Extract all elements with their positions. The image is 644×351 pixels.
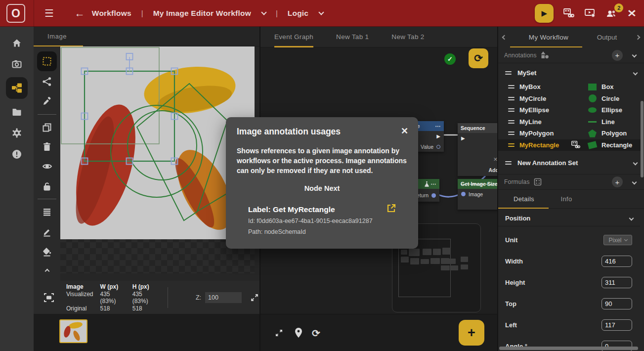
sidebar-item-settings[interactable]	[11, 128, 22, 138]
sidebar-item-alerts[interactable]	[11, 149, 22, 160]
collapse-set-icon[interactable]	[633, 70, 638, 75]
node-menu-icon[interactable]: ⋯	[435, 123, 441, 129]
tab-details[interactable]: Details	[507, 195, 541, 203]
reload-icon[interactable]: ⟳	[312, 327, 320, 339]
annotation-type-label: Line	[601, 118, 636, 126]
pin-label: Value	[421, 144, 433, 150]
drag-handle-icon[interactable]	[508, 97, 515, 100]
workflow-name-dropdown[interactable]: My Image Editor Workflow	[153, 9, 251, 18]
position-section-header[interactable]: Position	[498, 211, 640, 226]
field-input[interactable]	[601, 277, 632, 288]
exec-pin-icon[interactable]: ▶	[461, 135, 465, 141]
screen-settings-icon[interactable]	[584, 8, 596, 19]
image-thumbnail[interactable]	[59, 319, 87, 343]
breadcrumb-separator: |	[276, 9, 278, 17]
node-get-image-size[interactable]: Get Image Size ImageWid Heig	[458, 179, 497, 210]
tab-new-tab-2[interactable]: New Tab 2	[391, 27, 424, 47]
sync-graph-button[interactable]: ⟳	[469, 48, 488, 68]
drag-handle-icon[interactable]	[505, 161, 512, 165]
drag-handle-icon[interactable]	[508, 108, 515, 112]
position-field-row: Unit Pixel	[498, 229, 640, 251]
close-dialog-icon[interactable]: ✕	[401, 126, 408, 136]
chevron-left-icon[interactable]	[502, 35, 507, 40]
collapse-position-icon[interactable]	[629, 216, 634, 221]
collapse-formulas-icon[interactable]	[632, 179, 637, 184]
unit-select[interactable]: Pixel	[603, 235, 632, 245]
annotation-set-myset[interactable]: MySet	[498, 66, 644, 79]
field-input[interactable]	[601, 298, 632, 309]
annotation-set-new[interactable]: New Annotation Set	[498, 156, 644, 169]
draw-tool[interactable]	[38, 223, 56, 241]
marquee-select-tool[interactable]	[37, 51, 57, 71]
collapse-annotations-icon[interactable]	[632, 53, 637, 58]
breadcrumb-workflows[interactable]: Workflows	[92, 9, 131, 18]
chevron-down-icon[interactable]	[261, 9, 266, 15]
field-input[interactable]	[601, 256, 632, 267]
node-reference-icon[interactable]	[570, 140, 582, 149]
add-formula-button[interactable]: +	[612, 176, 623, 187]
annotation-row[interactable]: MyPolygon Polygon	[498, 128, 641, 139]
sidebar-item-files[interactable]	[11, 106, 22, 117]
sidebar-item-home[interactable]	[11, 38, 22, 48]
locate-pin-icon[interactable]	[294, 327, 303, 338]
remove-socket-icon[interactable]: ✕	[493, 156, 497, 162]
add-socket-button[interactable]: Add Soc	[488, 167, 497, 173]
tab-image[interactable]: Image	[47, 33, 67, 40]
annotation-shape-icon	[588, 130, 597, 137]
node-link-icon[interactable]	[563, 8, 575, 19]
fit-view-icon[interactable]	[274, 328, 284, 338]
collapse-toolbar-button[interactable]	[38, 262, 56, 280]
duplicate-tool[interactable]	[38, 119, 56, 136]
tab-new-tab-1[interactable]: New Tab 1	[336, 27, 369, 47]
value-pin-icon[interactable]	[436, 145, 440, 149]
chevron-right-icon[interactable]	[636, 35, 641, 40]
run-workflow-button[interactable]: ▶	[535, 4, 554, 23]
drag-handle-icon[interactable]	[505, 71, 512, 75]
share-nodes-tool[interactable]	[38, 73, 56, 91]
app-logo[interactable]: O	[6, 4, 25, 23]
annotation-row[interactable]: MyCircle Circle	[498, 93, 641, 105]
tab-output[interactable]: Output	[592, 34, 622, 41]
fill-tool[interactable]	[38, 243, 56, 261]
delete-tool[interactable]	[38, 138, 56, 156]
collapse-set-icon[interactable]	[633, 160, 638, 165]
drag-handle-icon[interactable]	[508, 143, 515, 147]
crossed-tools-icon[interactable]: ✕	[627, 7, 637, 19]
image-pin-icon[interactable]	[461, 192, 466, 196]
exec-pin-icon[interactable]: ▶	[436, 133, 440, 139]
back-arrow-icon[interactable]: ←	[75, 7, 85, 19]
vertical-scrollbar[interactable]	[641, 101, 644, 177]
tab-event-graph[interactable]: Event Graph	[274, 27, 313, 47]
lock-tool[interactable]	[38, 177, 56, 195]
expand-canvas-icon[interactable]	[250, 293, 259, 303]
tab-info[interactable]: Info	[557, 195, 576, 203]
node-menu-icon[interactable]: ⋯	[431, 181, 437, 187]
context-dropdown[interactable]: Logic	[288, 9, 308, 18]
annotation-row[interactable]: MyLine Line	[498, 116, 641, 128]
return-pin-icon[interactable]	[431, 193, 436, 198]
fit-frame-icon[interactable]	[43, 292, 54, 303]
visibility-tool[interactable]	[38, 158, 56, 176]
layers-tool[interactable]	[38, 203, 56, 221]
hamburger-menu-icon[interactable]: ☰	[44, 7, 54, 19]
zoom-input[interactable]	[205, 292, 242, 303]
drag-handle-icon[interactable]	[508, 85, 515, 88]
add-annotation-set-button[interactable]: +	[612, 50, 623, 61]
drag-handle-icon[interactable]	[508, 132, 515, 135]
annotation-row[interactable]: MyEllipse Ellipse	[498, 104, 641, 116]
users-icon[interactable]: 2	[605, 8, 618, 19]
annotation-list: MyBox Box MyCircle Circle My	[498, 81, 641, 151]
annotation-row[interactable]: MyRectangle Rectangle	[498, 139, 641, 151]
tab-my-workflow[interactable]: My Workflow	[521, 34, 576, 41]
eyedropper-tool[interactable]	[38, 92, 56, 110]
horizontal-scrollbar[interactable]	[499, 347, 638, 350]
chevron-down-icon[interactable]	[319, 9, 324, 15]
sidebar-item-workflow-active[interactable]	[6, 77, 28, 99]
field-input[interactable]	[601, 319, 632, 331]
annotation-row[interactable]: MyBox Box	[498, 81, 641, 93]
add-node-button[interactable]: +	[459, 320, 484, 346]
drag-handle-icon[interactable]	[508, 120, 515, 124]
open-in-graph-icon[interactable]	[386, 203, 396, 214]
sidebar-item-camera[interactable]	[11, 59, 22, 70]
node-sequence[interactable]: Sequence ▶The The ✕The Add Soc	[458, 123, 497, 176]
